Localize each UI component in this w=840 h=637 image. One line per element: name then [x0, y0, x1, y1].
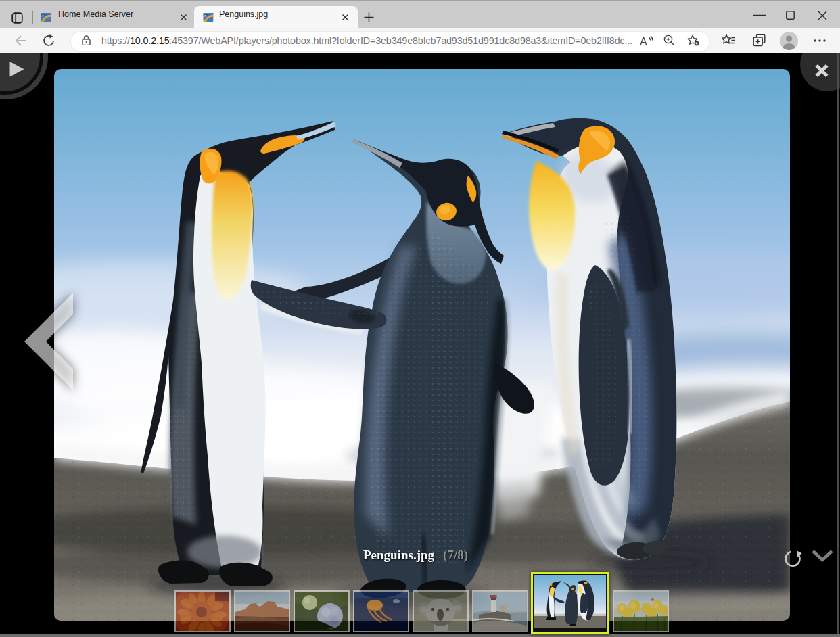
svg-text:A: A — [640, 35, 647, 47]
